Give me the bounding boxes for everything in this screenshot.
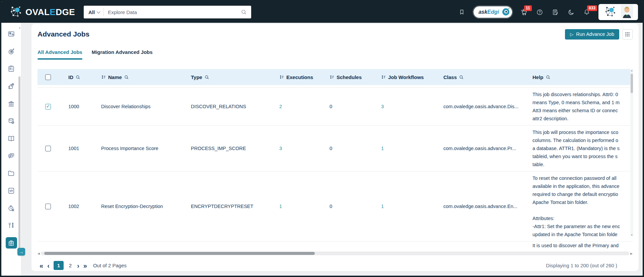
sidebar-item-ai-robot[interactable] <box>6 46 17 57</box>
brand-logo[interactable]: OVALEDGE <box>1 4 84 20</box>
scroll-right-arrow[interactable]: ▶ <box>630 252 633 255</box>
column-header-id[interactable]: ID <box>68 74 73 80</box>
search-icon[interactable] <box>546 75 550 79</box>
sidebar-item-collaboration-chat[interactable] <box>6 150 17 161</box>
cell-class: com.ovaledge.oasis.advance.Dis... <box>443 104 518 109</box>
job-workflows-link[interactable]: 1 <box>381 146 384 151</box>
column-header-name[interactable]: Name <box>108 74 122 80</box>
column-header-job-workflows[interactable]: Job Workflows <box>388 74 424 80</box>
sort-icon[interactable] <box>381 75 386 79</box>
horizontal-scrollbar-track[interactable] <box>41 252 629 255</box>
table-vertical-scrollbar[interactable]: ▲ ▼ <box>630 69 633 236</box>
column-header-schedules[interactable]: Schedules <box>337 74 362 80</box>
sidebar-item-governance-bank[interactable] <box>6 98 17 109</box>
row-checkbox[interactable] <box>45 104 51 110</box>
cell-id: 1002 <box>58 204 96 209</box>
top-header: OVALEDGE All askEdgi <box>1 1 643 23</box>
release-notes-icon[interactable] <box>551 8 559 16</box>
grid-view-button[interactable] <box>622 29 633 40</box>
sidebar-scrollbar-thumb[interactable] <box>18 76 20 249</box>
job-workflows-link[interactable]: 1 <box>381 204 384 209</box>
row-checkbox[interactable] <box>45 146 51 151</box>
notifications-bell-icon[interactable]: 833 <box>583 8 591 16</box>
search-icon[interactable] <box>76 75 80 79</box>
report-dashboard-icon <box>7 30 15 38</box>
sidebar-item-approval-hand[interactable] <box>6 80 17 92</box>
vertical-scrollbar-thumb[interactable] <box>631 74 633 93</box>
sidebar-item-advanced-tools[interactable] <box>6 237 17 249</box>
table-header-row: ID Name Type <box>38 69 633 85</box>
table-row-partial[interactable]: It is used to discover all the Primary a… <box>38 241 633 250</box>
ovaledge-molecule-icon <box>9 4 22 20</box>
page-1-button[interactable]: 1 <box>54 261 64 270</box>
table-row[interactable]: 1002 Reset Encryption-Decryption ENCRYPT… <box>38 171 633 241</box>
sidebar-item-report-dashboard[interactable] <box>6 28 17 40</box>
sort-icon[interactable] <box>101 75 106 79</box>
governance-bank-icon <box>7 100 15 108</box>
cell-schedules: 0 <box>320 104 371 109</box>
sort-icon[interactable] <box>279 75 284 79</box>
executions-link[interactable]: 1 <box>279 204 282 209</box>
search-scope-dropdown[interactable]: All <box>84 9 103 15</box>
sidebar-item-files-folder[interactable] <box>6 167 17 179</box>
column-header-executions[interactable]: Executions <box>286 74 313 80</box>
previous-page-button[interactable]: ‹ <box>47 262 50 269</box>
column-header-help[interactable]: Help <box>532 74 544 80</box>
sidebar-item-data-quality-database[interactable] <box>6 115 17 127</box>
row-checkbox[interactable] <box>45 204 51 209</box>
search-input[interactable] <box>104 9 240 15</box>
content-card: Advanced Jobs ▷ Run Advance Job All Adva… <box>31 24 639 271</box>
executions-link[interactable]: 3 <box>279 146 282 151</box>
search-icon[interactable] <box>459 75 463 79</box>
job-workflows-link[interactable]: 3 <box>381 104 384 109</box>
scroll-down-arrow[interactable]: ▼ <box>631 234 633 236</box>
sidebar-scroll-up-arrow[interactable]: ▲ <box>18 26 21 29</box>
global-search: All <box>84 6 251 18</box>
cart-icon[interactable]: 11 <box>520 8 528 16</box>
tab-migration-advanced-jobs[interactable]: Migration Advanced Jobs <box>92 49 153 60</box>
run-advance-job-label: Run Advance Job <box>576 31 614 37</box>
scroll-up-arrow[interactable]: ▲ <box>631 69 633 72</box>
cell-type: DISCOVER_RELATIONS <box>187 104 270 109</box>
sidebar-item-glossary-book[interactable] <box>6 133 17 144</box>
column-header-type[interactable]: Type <box>191 74 202 80</box>
user-profile-box[interactable] <box>598 4 638 20</box>
grid-dots-icon <box>625 32 630 37</box>
files-folder-icon <box>7 169 15 177</box>
sidebar-item-projects-clipboard[interactable] <box>6 63 17 74</box>
executions-link[interactable]: 2 <box>279 104 282 109</box>
sort-icon[interactable] <box>330 75 334 79</box>
cell-class: com.ovaledge.oasis.advance.En... <box>443 204 517 209</box>
header-actions: askEdgi 11 <box>458 1 638 23</box>
run-advance-job-button[interactable]: ▷ Run Advance Job <box>565 29 619 40</box>
select-all-checkbox[interactable] <box>45 74 51 80</box>
dark-mode-moon-icon[interactable] <box>567 8 575 16</box>
search-icon[interactable] <box>205 75 209 79</box>
horizontal-scrollbar-thumb[interactable] <box>44 252 315 255</box>
advanced-jobs-table: ID Name Type <box>38 69 633 256</box>
help-icon[interactable] <box>535 8 544 16</box>
sidebar-item-tools[interactable] <box>6 220 17 231</box>
sidebar-item-job-scheduler[interactable] <box>6 202 17 214</box>
next-page-button[interactable]: › <box>77 262 79 269</box>
scroll-left-arrow[interactable]: ◀ <box>38 252 40 255</box>
sidebar-item-query-code[interactable] <box>6 185 17 196</box>
tab-all-advanced-jobs[interactable]: All Advanced Jobs <box>38 49 82 60</box>
pagination: « ‹ 1 2 › » Out of 2 Pages <box>40 261 127 270</box>
user-avatar[interactable] <box>621 5 633 19</box>
search-icon[interactable] <box>124 75 129 79</box>
cell-schedules: 0 <box>320 146 371 151</box>
table-horizontal-scrollbar[interactable]: ◀ ▶ <box>38 251 633 256</box>
table-row[interactable]: 1000 Discover Relationships DISCOVER_REL… <box>38 87 633 126</box>
last-page-button[interactable]: » <box>83 262 87 269</box>
sidebar-expand-button[interactable]: → <box>17 248 25 256</box>
cell-type: PROCESS_IMP_SCORE <box>187 146 270 151</box>
first-page-button[interactable]: « <box>40 262 43 269</box>
sidebar-scrollbar[interactable]: ▲ <box>18 26 21 272</box>
advanced-tools-building-icon <box>7 239 15 247</box>
bookmark-icon[interactable] <box>458 8 466 16</box>
page-2-button[interactable]: 2 <box>68 263 73 268</box>
ask-edgi-button[interactable]: askEdgi <box>474 6 512 18</box>
column-header-class[interactable]: Class <box>443 74 457 80</box>
table-row[interactable]: 1001 Process Importance Score PROCESS_IM… <box>38 126 633 171</box>
